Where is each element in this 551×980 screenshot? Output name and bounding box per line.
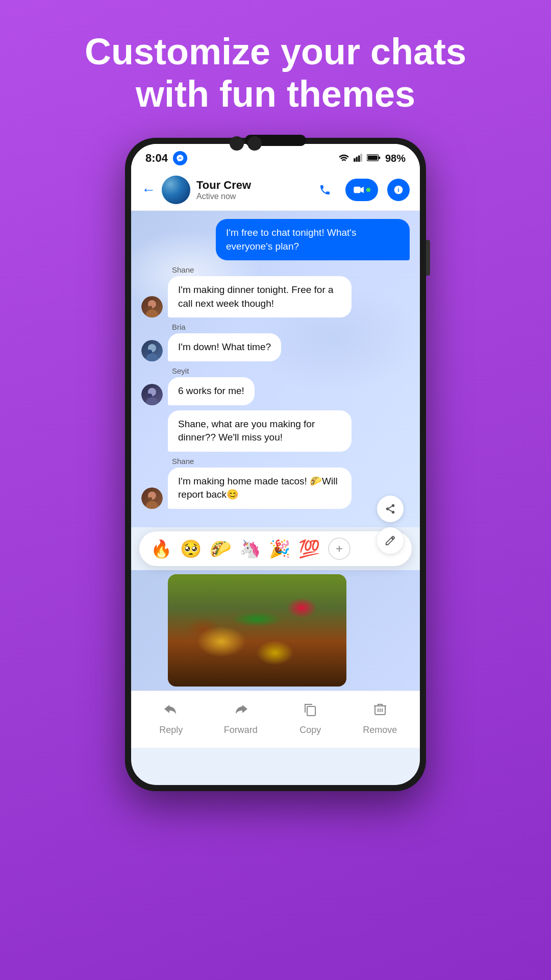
chat-area: I'm free to chat tonight! What's everyon… — [131, 211, 420, 527]
headline-line1: Customize your chats — [41, 31, 510, 73]
headline-line2: with fun themes — [41, 73, 510, 115]
group-name: Tour Crew — [196, 179, 308, 192]
reply-label: Reply — [159, 725, 183, 736]
emoji-taco[interactable]: 🌮 — [208, 536, 233, 561]
header-bar: ← Tour Crew Active now — [131, 169, 420, 211]
video-button[interactable] — [345, 179, 378, 201]
msg-group-shane-1: Shane I'm mak — [141, 265, 410, 317]
status-right: 98% — [338, 153, 406, 164]
svg-point-18 — [148, 394, 152, 398]
taco-photo-inner — [168, 574, 346, 687]
sender-shane-2: Shane — [172, 457, 410, 465]
header-name-block: Tour Crew Active now — [196, 179, 308, 201]
svg-rect-2 — [358, 155, 360, 161]
incoming-bubble-seyit-2: Shane, what are you making for dinner?? … — [168, 410, 352, 452]
msg-row-shane-2: I'm making home made tacos! 🌮Will report… — [141, 468, 410, 509]
sender-shane-1: Shane — [172, 265, 410, 274]
camera-left — [230, 136, 244, 151]
back-button[interactable]: ← — [141, 182, 156, 198]
emoji-100[interactable]: 💯 — [296, 536, 322, 561]
call-button[interactable] — [314, 179, 336, 201]
avatar-shane-2 — [141, 487, 163, 509]
outgoing-msg-1: I'm free to chat tonight! What's everyon… — [141, 219, 410, 260]
svg-point-14 — [146, 353, 158, 361]
avatar-bria — [141, 340, 163, 361]
msg-row-seyit-1: 6 works for me! — [141, 377, 410, 405]
svg-point-17 — [146, 397, 158, 405]
side-button — [426, 240, 430, 276]
status-bar: 8:04 — [131, 144, 420, 169]
time-display: 8:04 — [145, 152, 168, 165]
reply-icon — [163, 702, 179, 721]
wifi-icon — [338, 153, 349, 164]
sender-bria: Bria — [172, 323, 410, 331]
msg-row-shane-1: I'm making dinner tonight. Free for a ca… — [141, 276, 410, 317]
emoji-reaction-row: 🔥 🥺 🌮 🦄 🎉 💯 + — [139, 531, 412, 566]
svg-line-26 — [389, 506, 392, 508]
bria-avatar-img — [141, 340, 163, 361]
emoji-unicorn[interactable]: 🦄 — [237, 536, 263, 561]
svg-point-21 — [149, 497, 152, 500]
forward-icon — [233, 702, 249, 721]
chat-scroll[interactable]: I'm free to chat tonight! What's everyon… — [131, 211, 420, 517]
svg-point-22 — [392, 504, 395, 507]
incoming-bubble-bria: I'm down! What time? — [168, 333, 281, 361]
svg-rect-5 — [379, 156, 381, 159]
bottom-action-bar: Reply Forward Copy — [131, 691, 420, 748]
messenger-icon — [173, 151, 187, 165]
msg-group-seyit-1: Seyit 6 works for me! — [141, 366, 410, 405]
msg-group-bria: Bria I'm down! What time? — [141, 323, 410, 361]
info-button[interactable]: i — [387, 179, 410, 201]
svg-point-15 — [148, 350, 152, 354]
status-left: 8:04 — [145, 151, 187, 165]
battery-percent: 98% — [385, 153, 406, 164]
svg-text:i: i — [397, 187, 399, 193]
header-actions: i — [314, 179, 410, 201]
incoming-bubble-shane-1: I'm making dinner tonight. Free for a ca… — [168, 276, 352, 317]
group-status: Active now — [196, 192, 308, 201]
avatar-seyit-1 — [141, 384, 163, 405]
incoming-bubble-shane-2: I'm making home made tacos! 🌮Will report… — [168, 468, 352, 509]
svg-rect-3 — [360, 154, 362, 162]
svg-rect-0 — [354, 158, 356, 161]
group-avatar-image — [162, 176, 190, 204]
remove-action[interactable]: Remove — [352, 701, 408, 736]
shane-avatar-img-2 — [141, 487, 163, 509]
forward-label: Forward — [224, 725, 258, 736]
copy-action[interactable]: Copy — [282, 702, 338, 736]
signal-icon — [354, 153, 363, 164]
avatar-shane-1 — [141, 296, 163, 317]
camera-right — [247, 136, 262, 151]
phone-shell: 8:04 — [125, 138, 426, 791]
forward-action[interactable]: Forward — [213, 702, 269, 736]
svg-point-12 — [149, 306, 152, 309]
remove-label: Remove — [363, 725, 397, 736]
emoji-more-button[interactable]: + — [328, 537, 350, 560]
remove-icon — [372, 701, 388, 721]
svg-rect-7 — [354, 187, 360, 193]
svg-rect-1 — [356, 157, 358, 162]
emoji-pleading[interactable]: 🥺 — [178, 536, 204, 561]
taco-photo — [168, 574, 346, 687]
msg-group-shane-2: Shane I'm making home made tac — [141, 457, 410, 509]
msg-row-bria: I'm down! What time? — [141, 333, 410, 361]
svg-point-24 — [392, 511, 395, 514]
emoji-party[interactable]: 🎉 — [267, 536, 292, 561]
incoming-bubble-seyit-1: 6 works for me! — [168, 377, 255, 405]
outgoing-bubble-1: I'm free to chat tonight! What's everyon… — [216, 219, 410, 260]
svg-rect-27 — [307, 706, 315, 716]
reply-action[interactable]: Reply — [143, 702, 199, 736]
battery-icon — [367, 153, 381, 164]
copy-label: Copy — [299, 725, 321, 736]
svg-rect-6 — [368, 155, 378, 160]
svg-point-23 — [386, 507, 389, 510]
svg-point-20 — [146, 501, 158, 509]
phone-screen: 8:04 — [131, 144, 420, 785]
headline: Customize your chats with fun themes — [0, 31, 551, 115]
emoji-fire[interactable]: 🔥 — [148, 536, 174, 561]
shane-avatar-img — [141, 296, 163, 317]
sender-seyit-1: Seyit — [172, 366, 410, 375]
share-button[interactable] — [377, 496, 404, 522]
group-avatar — [162, 176, 190, 204]
edit-button[interactable] — [377, 527, 404, 554]
